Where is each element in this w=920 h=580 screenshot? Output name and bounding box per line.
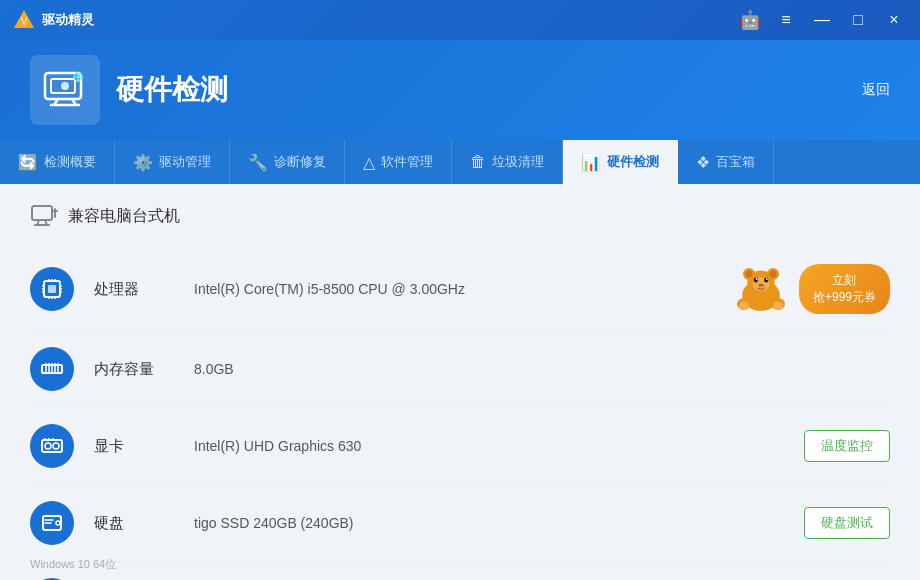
hardware-icon: 📊 [581,153,601,172]
menu-icon[interactable]: ≡ [772,6,800,34]
tab-hardware[interactable]: 📊 硬件检测 [563,140,678,184]
maximize-button[interactable]: □ [844,6,872,34]
toolbox-icon: ❖ [696,153,710,172]
tab-overview-label: 检测概要 [44,153,96,171]
svg-point-65 [56,521,60,525]
driver-icon: ⚙️ [133,153,153,172]
hw-item-name: 显卡 [94,437,194,456]
tab-overview[interactable]: 🔄 检测概要 [0,140,115,184]
table-row: 处理器 Intel(R) Core(TM) i5-8500 CPU @ 3.00… [30,248,890,331]
svg-point-45 [739,301,749,310]
hw-item-value: tigo SSD 240GB (240GB) [194,515,804,531]
app-logo-icon: V [12,8,36,32]
app-title: 驱动精灵 [42,11,94,29]
minimize-button[interactable]: — [808,6,836,34]
svg-point-35 [746,271,753,278]
hw-item-name: 处理器 [94,280,194,299]
svg-rect-15 [54,208,56,218]
hw-item-icon [30,424,74,468]
svg-point-42 [758,283,763,286]
svg-point-40 [756,278,758,280]
svg-rect-16 [52,210,58,212]
app-logo: V 驱动精灵 [12,8,94,32]
tab-toolbox-label: 百宝箱 [716,153,755,171]
hw-item-icon [30,267,74,311]
os-watermark: Windows 10 64位 [30,554,116,572]
action-button[interactable]: 硬盘测试 [804,507,890,539]
titlebar: V 驱动精灵 🤖 ≡ — □ × [0,0,920,40]
hardware-list: 处理器 Intel(R) Core(TM) i5-8500 CPU @ 3.00… [30,248,890,580]
pc-type-label: 兼容电脑台式机 [68,206,180,227]
tab-driver[interactable]: ⚙️ 驱动管理 [115,140,230,184]
hw-item-value: 8.0GB [194,361,890,377]
table-row: 主板 B360M PIXIU (Rev X.0) [30,562,890,580]
svg-point-60 [53,443,59,449]
tab-clean[interactable]: 🗑 垃圾清理 [452,140,563,184]
hw-item-icon [30,347,74,391]
action-button[interactable]: 温度监控 [804,430,890,462]
pc-monitor-icon [30,204,58,228]
tab-toolbox[interactable]: ❖ 百宝箱 [678,140,774,184]
svg-rect-11 [32,206,52,220]
diagnose-icon: 🔧 [248,153,268,172]
svg-point-41 [766,278,768,280]
main-content: 兼容电脑台式机 处理器 Intel(R) Core(TM) i5-8500 CP… [0,184,920,580]
hw-item-name: 内存容量 [94,360,194,379]
svg-rect-18 [48,285,56,293]
tab-software-label: 软件管理 [381,153,433,171]
pc-type-header: 兼容电脑台式机 [30,204,890,228]
hw-item-value: Intel(R) UHD Graphics 630 [194,438,804,454]
tab-hardware-label: 硬件检测 [607,153,659,171]
software-icon: △ [363,153,375,172]
page-header: 硬件检测 返回 [0,40,920,140]
hw-item-icon [30,501,74,545]
tab-diagnose[interactable]: 🔧 诊断修复 [230,140,345,184]
close-button[interactable]: × [880,6,908,34]
header-icon-box [30,55,100,125]
hardware-detect-icon [40,65,90,115]
page-title: 硬件检测 [116,71,228,109]
svg-point-38 [754,277,758,282]
svg-point-39 [764,277,768,282]
promo-button[interactable]: 立刻 抢+999元券 [799,264,890,314]
hw-item-action: 立刻 抢+999元券 [731,264,890,314]
table-row: 内存容量 8.0GB [30,331,890,408]
back-button[interactable]: 返回 [862,81,890,99]
clean-icon: 🗑 [470,153,486,171]
tab-software[interactable]: △ 软件管理 [345,140,452,184]
overview-icon: 🔄 [18,153,38,172]
svg-point-59 [45,443,51,449]
tab-clean-label: 垃圾清理 [492,153,544,171]
svg-point-4 [61,82,69,90]
svg-text:V: V [21,16,28,27]
tab-driver-label: 驱动管理 [159,153,211,171]
hw-item-value: Intel(R) Core(TM) i5-8500 CPU @ 3.00GHz [194,281,731,297]
svg-point-46 [773,301,783,310]
hw-item-action: 硬盘测试 [804,507,890,539]
window-controls: 🤖 ≡ — □ × [736,6,908,34]
navbar: 🔄 检测概要 ⚙️ 驱动管理 🔧 诊断修复 △ 软件管理 🗑 垃圾清理 📊 硬件… [0,140,920,184]
svg-point-36 [770,271,777,278]
hw-item-action: 温度监控 [804,430,890,462]
hw-item-name: 硬盘 [94,514,194,533]
bear-mascot [731,264,791,314]
table-row: 显卡 Intel(R) UHD Graphics 630 温度监控 [30,408,890,485]
tab-diagnose-label: 诊断修复 [274,153,326,171]
table-row: 硬盘 tigo SSD 240GB (240GB) 硬盘测试 [30,485,890,562]
cpu-promo: 立刻 抢+999元券 [731,264,890,314]
robot-icon[interactable]: 🤖 [736,6,764,34]
